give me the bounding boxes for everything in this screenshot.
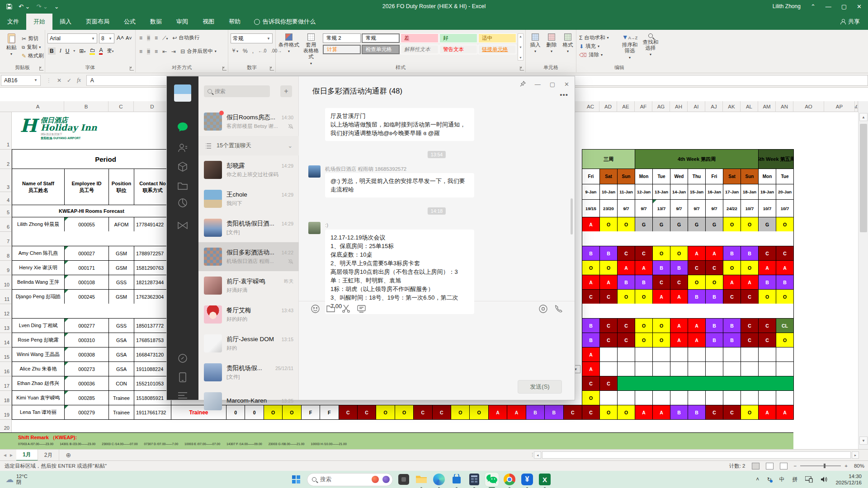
shift-cell[interactable]: C: [688, 260, 706, 275]
row-header-16[interactable]: 16: [4, 369, 9, 374]
mobile-icon[interactable]: [177, 372, 188, 383]
underline-button[interactable]: U: [66, 48, 70, 54]
vscroll-thumb[interactable]: [860, 124, 867, 232]
date-cell[interactable]: 9-Jan: [582, 184, 600, 200]
volume-icon[interactable]: [821, 476, 828, 483]
chat-history-icon[interactable]: [357, 304, 366, 313]
shift-cell[interactable]: A: [652, 289, 670, 304]
pinyin-indicator[interactable]: 拼: [792, 476, 797, 483]
autosum-button[interactable]: Σ自动求和▾: [579, 33, 609, 42]
number-dialog-launcher[interactable]: [270, 66, 274, 70]
shift-cell[interactable]: [599, 347, 618, 362]
staff-name-cell[interactable]: Winni Wang 王晶晶: [12, 347, 65, 362]
column-header-AJ[interactable]: AJ: [705, 101, 723, 112]
shift-cell[interactable]: [635, 361, 653, 376]
shift-cell[interactable]: O: [652, 333, 670, 347]
staff-id-cell[interactable]: 000245: [64, 289, 109, 304]
shift-cell[interactable]: A: [776, 405, 794, 420]
shift-cell[interactable]: O: [635, 318, 653, 333]
styles-dialog-launcher[interactable]: [520, 66, 524, 70]
shift-cell[interactable]: C: [723, 405, 741, 420]
align-right-icon[interactable]: ≡: [155, 48, 158, 55]
column-header-AM[interactable]: AM: [758, 101, 776, 112]
message-bubble[interactable]: 厅及甘溪厅门 以上场地请做预留，如临时接到活动第一时间通知，我们好沟通调整场地@…: [325, 108, 474, 141]
date-cell[interactable]: 11-Jan: [617, 184, 635, 200]
shift-cell[interactable]: C: [582, 376, 600, 391]
fx-icon[interactable]: fx: [77, 77, 81, 84]
shift-cell[interactable]: A: [741, 275, 759, 290]
zoom-slider[interactable]: −+: [794, 463, 848, 469]
shift-cell[interactable]: C: [357, 405, 376, 420]
chat-item-餐厅艾梅[interactable]: 餐厅艾梅13:43好的好的: [198, 300, 299, 329]
row-header-4[interactable]: 4: [7, 197, 9, 203]
staff-tel-cell[interactable]: 1850137772: [134, 318, 171, 333]
shift-cell[interactable]: O: [723, 217, 741, 232]
shift-cell[interactable]: B: [758, 275, 776, 290]
vertical-scrollbar[interactable]: ▲ ▼: [858, 101, 868, 449]
close-button[interactable]: ✕: [857, 3, 862, 10]
day-cell[interactable]: Tue: [776, 169, 794, 184]
date-cell[interactable]: 15-Jan: [688, 184, 706, 200]
shift-cell[interactable]: [723, 347, 741, 362]
font-dialog-launcher[interactable]: [130, 66, 134, 70]
cast-icon[interactable]: [805, 476, 813, 483]
font-color-icon[interactable]: A: [99, 47, 103, 55]
shift-cell[interactable]: G: [670, 217, 688, 232]
align-top-icon[interactable]: ≡: [139, 35, 142, 41]
shift-cell[interactable]: A: [688, 246, 706, 261]
forecast-cell[interactable]: 10/7: [758, 199, 776, 217]
forecast-cell[interactable]: 23/20: [599, 199, 618, 217]
percent-icon[interactable]: %: [243, 48, 248, 54]
shift-cell[interactable]: A: [635, 260, 653, 275]
increase-decimal-icon[interactable]: ←.0: [258, 48, 266, 53]
day-cell[interactable]: Mon: [758, 169, 776, 184]
week-band[interactable]: 4th Week 第四周: [635, 149, 759, 169]
column-header-A[interactable]: A: [12, 101, 64, 112]
date-cell[interactable]: 18-Jan: [741, 184, 759, 200]
shift-cell[interactable]: O: [582, 260, 600, 275]
menu-icon[interactable]: [177, 390, 188, 401]
staff-tel-cell[interactable]: 19117661732: [134, 405, 171, 420]
orientation-icon[interactable]: ⟋▾: [162, 35, 168, 41]
shift-cell[interactable]: B: [688, 405, 706, 420]
shift-cell[interactable]: O: [776, 289, 794, 304]
day-cell[interactable]: Wed: [670, 169, 688, 184]
format-cells-button[interactable]: 格式▾: [560, 33, 576, 53]
row-header-5[interactable]: 5: [7, 210, 9, 215]
shift-cell[interactable]: [652, 347, 670, 362]
cell-style-差[interactable]: 差: [401, 33, 439, 43]
shift-cell[interactable]: F: [320, 405, 339, 420]
date-cell[interactable]: 14-Jan: [670, 184, 688, 200]
cell-style-适中[interactable]: 适中: [478, 33, 516, 43]
avatar[interactable]: [174, 84, 191, 102]
scroll-up-icon[interactable]: ▲: [859, 113, 868, 121]
taskbar-app-store[interactable]: [450, 473, 463, 486]
staff-tel-cell[interactable]: 1762362304: [134, 289, 171, 304]
taskbar-search[interactable]: 搜索: [307, 473, 393, 486]
favorites-icon[interactable]: [177, 161, 188, 172]
copy-button[interactable]: ⧉复制▾: [22, 43, 44, 52]
staff-pos-cell[interactable]: AFOM: [108, 217, 134, 232]
chat-item-贵阳机场假...[interactable]: 贵阳机场假...25/12/11[文件]: [198, 358, 299, 387]
forecast-cell[interactable]: 10/7: [741, 199, 759, 217]
merge-center-button[interactable]: ⊟合并后居中▾: [180, 47, 217, 56]
font-size-combo[interactable]: 8▼: [99, 33, 114, 43]
forecast-cell[interactable]: 9/7: [635, 199, 653, 217]
shift-cell[interactable]: A: [582, 275, 600, 290]
shift-cell[interactable]: O: [395, 405, 414, 420]
format-as-table-button[interactable]: 套用 表格格式▾: [301, 33, 321, 66]
day-cell[interactable]: Sun: [741, 169, 759, 184]
row-header-18[interactable]: 18: [4, 398, 9, 403]
cell-style-计算[interactable]: 计算: [323, 45, 361, 54]
minimize-button[interactable]: —: [826, 3, 831, 10]
shift-cell[interactable]: [776, 361, 794, 376]
ime-indicator[interactable]: 中: [779, 476, 784, 483]
date-cell[interactable]: 10-Jan: [599, 184, 618, 200]
shift-cell[interactable]: O: [688, 275, 706, 290]
week-band[interactable]: 5th Week 第五周: [758, 149, 794, 169]
shift-cell[interactable]: G: [635, 217, 653, 232]
send-button[interactable]: 发送(S): [518, 380, 562, 394]
page-layout-view-icon[interactable]: [766, 463, 774, 469]
gallery-more-icon[interactable]: ▼: [519, 56, 522, 59]
date-cell[interactable]: 16-Jan: [705, 184, 723, 200]
